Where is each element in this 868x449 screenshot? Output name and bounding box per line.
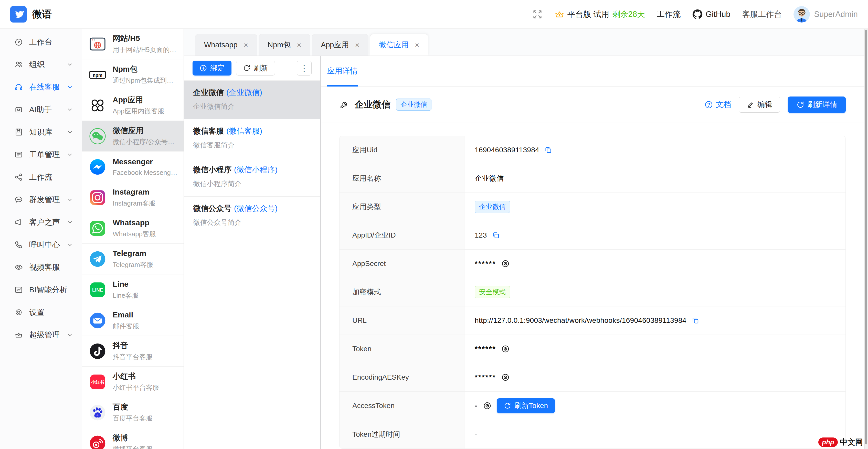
- copy-icon[interactable]: [545, 146, 552, 154]
- channel-desc: 抖音平台客服: [113, 352, 153, 361]
- channel-item[interactable]: npm Npm包 通过Npm包集成到…: [82, 59, 184, 90]
- channel-item[interactable]: Instagram Instagram客服: [82, 182, 184, 213]
- bound-app-name: 企业微信: [193, 88, 224, 97]
- plan-badge[interactable]: 平台版 试用 剩余28天: [555, 9, 645, 20]
- channel-list: 网站/H5 用于网站/H5页面的… npm Npm包 通过Npm包集成到… Ap…: [82, 29, 184, 449]
- channel-desc: 微信小程序/公众号…: [113, 137, 174, 147]
- channel-item[interactable]: Whatsapp Whatsapp客服: [82, 213, 184, 244]
- ticket-icon: [14, 150, 23, 159]
- app-grid-icon: [89, 97, 106, 114]
- sidebar-item[interactable]: 视频客服: [0, 256, 82, 279]
- nav-workflow-link[interactable]: 工作流: [657, 9, 681, 20]
- copy-icon[interactable]: [691, 317, 699, 324]
- workspace-tab[interactable]: App应用 ×: [312, 34, 368, 56]
- close-icon[interactable]: ×: [415, 41, 420, 49]
- channel-name: Telegram: [113, 249, 153, 258]
- eye-icon[interactable]: [501, 373, 510, 382]
- row-label: AppID/企业ID: [340, 221, 464, 249]
- sidebar-item[interactable]: 在线客服: [0, 76, 82, 98]
- eye-icon[interactable]: [501, 345, 510, 353]
- workspace-tab[interactable]: Whatsapp ×: [195, 34, 257, 56]
- row-value: - - - 刷新Token: [464, 420, 845, 448]
- app-logo[interactable]: [10, 6, 27, 23]
- workspace-tab[interactable]: Npm包 ×: [258, 34, 310, 56]
- sidebar-item[interactable]: AI助手: [0, 98, 82, 121]
- vertical-scrollbar[interactable]: [864, 29, 868, 449]
- sidebar-item[interactable]: 工作台: [0, 31, 82, 53]
- row-value: 123 123 123 刷新Token: [464, 221, 845, 249]
- bound-app-item[interactable]: 企业微信(企业微信) 企业微信简介: [184, 81, 320, 119]
- more-icon: ⋮: [300, 63, 308, 73]
- sidebar-item[interactable]: 设置: [0, 301, 82, 324]
- workspace-tab[interactable]: 微信应用 ×: [370, 34, 428, 56]
- close-icon[interactable]: ×: [297, 41, 301, 49]
- row-label: AppSecret: [340, 250, 464, 278]
- bound-app-item[interactable]: 微信客服(微信客服) 微信客服简介: [184, 119, 320, 158]
- channel-item[interactable]: Messenger Facebook Messeng…: [82, 152, 184, 182]
- bind-button[interactable]: 绑定: [192, 61, 231, 75]
- edit-button[interactable]: 编辑: [739, 97, 780, 113]
- channel-desc: Instagram客服: [113, 199, 156, 208]
- channel-item[interactable]: 抖音 抖音平台客服: [82, 336, 184, 366]
- watermark: php 中文网: [818, 437, 863, 447]
- sidebar-item-label: 在线客服: [29, 82, 60, 92]
- sidebar-item[interactable]: 组织: [0, 53, 82, 76]
- bound-app-desc: 微信公众号简介: [193, 218, 311, 227]
- table-row: 应用名称 企业微信 企业微信 企业微信 刷新Token: [340, 164, 845, 193]
- row-value: http://127.0.0.1:9003/wechat/work/webhoo…: [464, 307, 845, 334]
- channel-item[interactable]: Email 邮件客服: [82, 305, 184, 336]
- channel-item[interactable]: Telegram Telegram客服: [82, 244, 184, 275]
- row-value-text: ******: [475, 260, 496, 268]
- sidebar-item[interactable]: 群发管理: [0, 188, 82, 211]
- github-icon: [692, 9, 703, 20]
- tab-app-detail[interactable]: 应用详情: [327, 56, 358, 86]
- sidebar-item[interactable]: 超级管理: [0, 324, 82, 346]
- scrollbar-thumb[interactable]: [865, 30, 867, 444]
- user-name: SuperAdmin: [814, 10, 858, 19]
- channel-item[interactable]: LINE Line Line客服: [82, 275, 184, 305]
- sidebar-item[interactable]: 呼叫中心: [0, 233, 82, 256]
- voice-icon: [14, 218, 23, 227]
- channel-item[interactable]: 网站/H5 用于网站/H5页面的…: [82, 29, 184, 59]
- channel-desc: 用于网站/H5页面的…: [113, 45, 176, 54]
- channel-item[interactable]: 微博 微博平台客服: [82, 428, 184, 449]
- eye-icon[interactable]: [501, 259, 510, 268]
- bound-app-item[interactable]: 微信小程序(微信小程序) 微信小程序简介: [184, 158, 320, 197]
- sidebar-item[interactable]: BI智能分析: [0, 279, 82, 301]
- eye-icon[interactable]: [483, 402, 492, 410]
- close-icon[interactable]: ×: [355, 41, 360, 49]
- chevron-down-icon: [67, 219, 73, 225]
- more-actions-button[interactable]: ⋮: [297, 61, 312, 75]
- tab-label: Npm包: [268, 40, 290, 50]
- sidebar-item[interactable]: 客户之声: [0, 211, 82, 233]
- refresh-list-button[interactable]: 刷新: [236, 61, 275, 75]
- fullscreen-icon[interactable]: [532, 9, 543, 20]
- channel-name: 小红书: [113, 372, 159, 381]
- bound-app-item[interactable]: 微信公众号(微信公众号) 微信公众号简介: [184, 197, 320, 235]
- nav-github-link[interactable]: GitHub: [692, 9, 730, 20]
- knowledge-base-icon: [14, 128, 23, 136]
- video-service-icon: [14, 263, 23, 271]
- sidebar-item-label: 客户之声: [29, 217, 60, 228]
- copy-icon[interactable]: [492, 231, 500, 239]
- sidebar-item[interactable]: 知识库: [0, 121, 82, 143]
- channel-item[interactable]: du 百度 百度平台客服: [82, 397, 184, 428]
- close-icon[interactable]: ×: [244, 41, 248, 49]
- row-value: 1690460389113984 1690460389113984 169046…: [464, 136, 845, 164]
- user-menu[interactable]: SuperAdmin: [794, 6, 858, 23]
- channel-item[interactable]: App应用 App应用内嵌客服: [82, 90, 184, 121]
- dashboard-icon: [14, 38, 23, 46]
- plan-remaining-days: 剩余28天: [612, 9, 645, 20]
- sidebar-item[interactable]: 工作流: [0, 166, 82, 188]
- refresh-token-button[interactable]: 刷新Token: [497, 398, 555, 413]
- nav-agent-workbench-link[interactable]: 客服工作台: [742, 9, 782, 20]
- channel-name: Instagram: [113, 187, 156, 197]
- channel-item[interactable]: 小红书 小红书 小红书平台客服: [82, 366, 184, 397]
- bound-apps-list: 企业微信(企业微信) 企业微信简介 微信客服(微信客服) 微信客服简介 微信小程…: [184, 81, 320, 235]
- tab-label: 微信应用: [379, 40, 409, 50]
- refresh-detail-button[interactable]: 刷新详情: [788, 97, 846, 113]
- doc-link[interactable]: 文档: [704, 99, 731, 110]
- table-row: Token过期时间 - - - 刷新Token: [340, 420, 845, 448]
- channel-item[interactable]: 微信应用 微信小程序/公众号…: [82, 121, 184, 152]
- sidebar-item[interactable]: 工单管理: [0, 143, 82, 166]
